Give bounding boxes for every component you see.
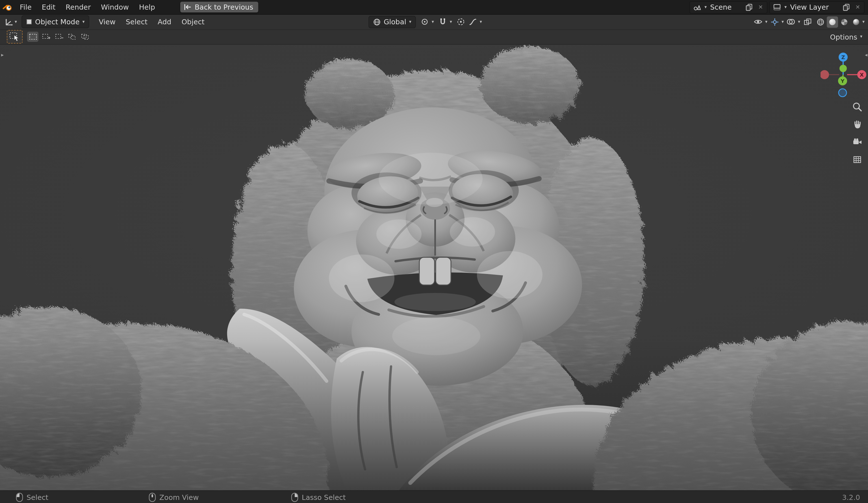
view-layer-remove-icon[interactable]: ✕ (854, 4, 862, 10)
mouse-middle-button-icon (148, 493, 156, 502)
scene-unlink-icon[interactable]: ✕ (756, 4, 765, 10)
transform-orientation-chevron-icon: ▾ (409, 20, 411, 24)
mode-dropdown-chevron-icon: ▾ (83, 20, 85, 24)
zoom-view-icon[interactable] (851, 101, 864, 113)
pivot-point-chevron-icon[interactable]: ▾ (432, 20, 434, 24)
menu-edit[interactable]: Edit (37, 0, 61, 14)
proportional-falloff-icon[interactable] (468, 17, 478, 27)
viewport-nav-tools (851, 101, 864, 166)
back-to-previous-button[interactable]: Back to Previous (180, 2, 258, 12)
shading-chevron-icon[interactable]: ▾ (862, 20, 865, 24)
header-center-controls: Global ▾ ▾ (369, 14, 482, 29)
show-overlays-icon[interactable] (786, 17, 796, 27)
xray-toggle-icon[interactable] (803, 17, 813, 27)
toolbar-expand-icon[interactable]: ▸ (1, 52, 4, 58)
snap-magnet-icon[interactable] (438, 17, 448, 27)
status-lasso-select: Lasso Select (291, 491, 346, 503)
view-layer-name-field[interactable]: View Layer (789, 3, 839, 11)
pivot-point-icon[interactable] (420, 17, 430, 27)
select-mode-intersect[interactable] (79, 32, 90, 42)
viewport-header: ▾ Object Mode ▾ View Select Add Object G… (0, 14, 868, 30)
shading-wireframe-button[interactable] (815, 16, 826, 28)
status-lasso-select-label: Lasso Select (302, 493, 346, 502)
topbar: File Edit Render Window Help Back to Pre… (0, 0, 868, 15)
menu-object[interactable]: Object (176, 14, 209, 29)
editor-type-chevron-icon[interactable]: ▾ (15, 20, 17, 24)
camera-view-icon[interactable] (851, 136, 864, 148)
view-layer-selector: ▾ View Layer ✕ (769, 1, 865, 13)
menu-add[interactable]: Add (153, 14, 176, 29)
tool-settings-bar: Options ▾ (0, 29, 868, 45)
version-label: 3.2.0 (842, 493, 860, 502)
show-gizmos-chevron-icon[interactable]: ▾ (782, 20, 784, 24)
mouse-left-button-icon (16, 493, 23, 502)
character-model-render (0, 44, 868, 490)
status-select: Select (16, 491, 48, 503)
blender-logo-icon[interactable] (0, 3, 15, 11)
object-mode-icon (26, 19, 32, 25)
view-layer-browse-icon[interactable] (772, 2, 782, 12)
proportional-falloff-chevron-icon[interactable]: ▾ (480, 20, 482, 24)
active-tool-select-box[interactable] (7, 30, 23, 43)
global-orientation-icon (373, 18, 381, 26)
scene-browse-icon[interactable] (692, 2, 702, 12)
select-mode-extend[interactable] (40, 32, 51, 42)
object-visibility-chevron-icon[interactable]: ▾ (765, 20, 767, 24)
topbar-right: ▾ Scene ✕ ▾ View Laye (689, 1, 868, 13)
options-chevron-icon: ▾ (860, 34, 862, 39)
scene-browse-chevron-icon[interactable]: ▾ (704, 5, 707, 9)
options-label: Options (830, 32, 857, 41)
select-mode-options (27, 32, 90, 42)
status-zoom-view-label: Zoom View (159, 493, 199, 502)
mouse-right-button-icon (291, 493, 298, 502)
back-arrow-icon (184, 4, 191, 10)
gizmo-z-label: Z (841, 54, 845, 60)
gizmo-x-label: X (860, 72, 864, 78)
menu-file[interactable]: File (15, 0, 37, 14)
snap-settings-chevron-icon[interactable]: ▾ (450, 20, 452, 24)
options-dropdown[interactable]: Options ▾ (830, 32, 862, 41)
show-gizmos-icon[interactable] (770, 17, 780, 27)
status-select-label: Select (27, 493, 48, 502)
transform-orientation-dropdown[interactable]: Global ▾ (369, 16, 416, 28)
scene-selector: ▾ Scene ✕ (689, 1, 767, 13)
shading-material-button[interactable] (839, 16, 850, 28)
move-view-hand-icon[interactable] (851, 118, 864, 131)
menu-help[interactable]: Help (134, 0, 160, 14)
menu-render[interactable]: Render (61, 0, 96, 14)
orthographic-toggle-icon[interactable] (851, 153, 864, 166)
scene-new-copy-icon[interactable] (744, 2, 754, 12)
blender-window: File Edit Render Window Help Back to Pre… (0, 0, 868, 503)
back-to-previous-label: Back to Previous (195, 3, 253, 11)
status-bar: Select Zoom View Lasso Select 3.2.0 (0, 490, 868, 503)
blender-version: 3.2.0 (842, 491, 860, 503)
mode-dropdown[interactable]: Object Mode ▾ (21, 15, 89, 28)
proportional-editing-icon[interactable] (456, 17, 466, 27)
shading-rendered-button[interactable] (850, 16, 862, 28)
view-layer-browse-chevron-icon[interactable]: ▾ (784, 5, 787, 9)
shading-solid-button[interactable] (827, 16, 838, 28)
header-right-controls: ▾ ▾ ▾ (753, 14, 865, 29)
status-zoom-view: Zoom View (148, 491, 199, 503)
menu-select[interactable]: Select (121, 14, 153, 29)
editor-type-icon[interactable] (3, 17, 13, 27)
transform-orientation-label: Global (384, 18, 406, 26)
show-overlays-chevron-icon[interactable]: ▾ (798, 20, 800, 24)
gizmo-y-label: Y (840, 78, 845, 84)
scene-name-field[interactable]: Scene (709, 3, 742, 11)
view-layer-new-copy-icon[interactable] (841, 2, 851, 12)
select-mode-subtract[interactable] (53, 32, 64, 42)
menu-view[interactable]: View (94, 14, 121, 29)
mode-dropdown-label: Object Mode (35, 18, 80, 26)
viewport-3d[interactable]: ▸ ◂ Z X Y (0, 44, 868, 490)
select-mode-invert[interactable] (66, 32, 78, 42)
object-visibility-icon[interactable] (753, 17, 763, 27)
select-mode-set[interactable] (27, 32, 39, 42)
menu-window[interactable]: Window (96, 0, 134, 14)
navigation-gizmo[interactable]: Z X Y (820, 50, 867, 98)
